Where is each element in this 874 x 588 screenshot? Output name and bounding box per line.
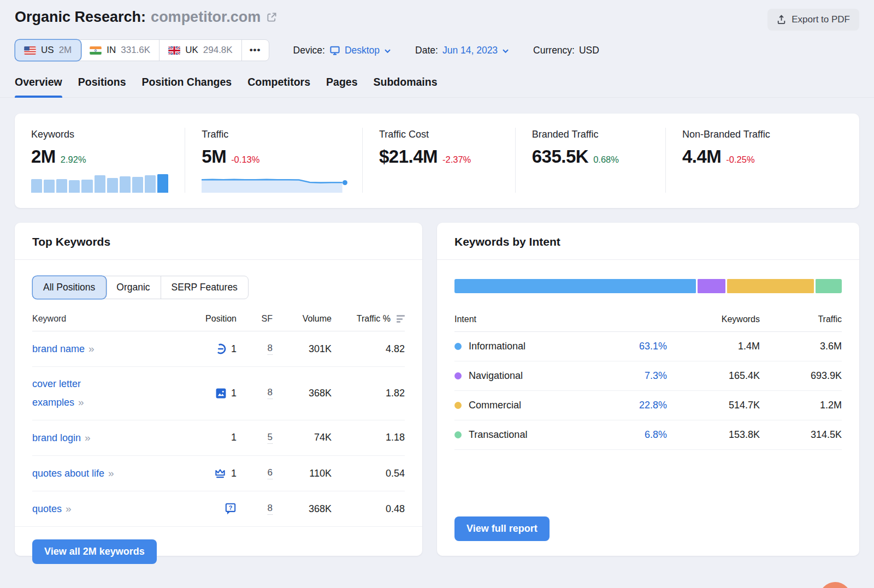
metric-label: Traffic (202, 129, 346, 140)
keyword-cell: brand name» (32, 340, 182, 358)
col-keyword: Keyword (32, 314, 182, 324)
external-link-icon[interactable] (267, 12, 277, 22)
keyword-link[interactable]: brand name» (32, 340, 94, 358)
intent-keywords-value: 165.4K (667, 370, 760, 382)
sf-cell: 6 (237, 467, 273, 479)
metric-delta: -2.37% (442, 155, 471, 165)
volume-value: 368K (273, 388, 332, 399)
report-tabs-strip: OverviewPositionsPosition ChangesCompeti… (0, 76, 874, 98)
chevron-down-icon[interactable] (384, 47, 391, 55)
sf-value[interactable]: 5 (268, 432, 273, 444)
country-traffic-value: 2M (59, 45, 72, 56)
tab-overview[interactable]: Overview (15, 76, 62, 97)
country-tab-us[interactable]: US2M (15, 40, 81, 61)
col-traffic: Traffic (760, 314, 842, 324)
help-widget[interactable] (819, 582, 851, 588)
traffic-pct-value: 0.54 (332, 468, 405, 479)
intent-percent-link[interactable]: 63.1% (639, 341, 667, 352)
intent-keywords-value: 514.7K (667, 400, 760, 411)
flag-us-icon (24, 46, 36, 55)
chevron-down-icon[interactable] (502, 47, 509, 55)
intent-percent-link[interactable]: 6.8% (645, 429, 667, 440)
table-row: Informational63.1%1.4M3.6M (454, 332, 842, 361)
keyword-link[interactable]: quotes about life» (32, 464, 114, 483)
currency-filter: Currency: USD (533, 45, 599, 56)
image-icon (215, 388, 227, 399)
date-value[interactable]: Jun 14, 2023 (442, 45, 498, 56)
intent-color-dot (454, 372, 462, 379)
tab-pages[interactable]: Pages (326, 76, 357, 97)
tab-positions[interactable]: Positions (78, 76, 126, 97)
keyword-link[interactable]: cover letter examples» (32, 375, 129, 412)
intent-keywords-value: 1.4M (667, 341, 760, 352)
sf-value[interactable]: 8 (268, 343, 273, 355)
intent-percent-link[interactable]: 22.8% (639, 400, 667, 411)
intent-traffic-value: 3.6M (760, 341, 842, 352)
tab-competitors[interactable]: Competitors (247, 76, 310, 97)
upload-icon (777, 15, 786, 25)
country-tab-in[interactable]: IN331.6K (81, 40, 160, 61)
keyword-expand-icon[interactable]: » (78, 396, 84, 408)
segment-organic[interactable]: Organic (106, 276, 161, 299)
bar (56, 179, 67, 193)
sf-value[interactable]: 6 (268, 467, 273, 479)
top-keywords-title: Top Keywords (32, 235, 405, 248)
bar (69, 180, 80, 193)
table-row: quotes»?8368K0.48 (32, 491, 405, 526)
keyword-cell: brand login» (32, 429, 182, 447)
keyword-expand-icon[interactable]: » (66, 503, 71, 514)
traffic-pct-value: 1.18 (332, 432, 405, 443)
keyword-cell: quotes about life» (32, 464, 182, 483)
table-row: Navigational7.3%165.4K693.9K (454, 361, 842, 391)
flag-in-icon (90, 46, 102, 55)
intent-segment-navigational (698, 279, 725, 293)
metric-non-branded-traffic: Non-Branded Traffic4.4M-0.25% (666, 128, 859, 193)
traffic-pct-value: 4.82 (332, 343, 405, 355)
traffic-trend-chart (202, 174, 346, 193)
sort-descending-icon[interactable] (397, 315, 405, 323)
more-countries-button[interactable]: ••• (242, 40, 269, 61)
bar (31, 179, 42, 193)
metric-traffic: Traffic5M-0.13% (185, 128, 363, 193)
keyword-expand-icon[interactable]: » (85, 432, 90, 443)
view-all-keywords-button[interactable]: View all 2M keywords (32, 539, 157, 564)
intent-percent-cell: 7.3% (601, 370, 667, 382)
question-icon: ? (225, 502, 237, 515)
keyword-expand-icon[interactable]: » (88, 343, 94, 354)
tab-position-changes[interactable]: Position Changes (142, 76, 232, 97)
segment-serp-features[interactable]: SERP Features (161, 276, 248, 299)
page-title-label: Organic Research: (15, 9, 146, 26)
metric-branded-traffic: Branded Traffic635.5K0.68% (516, 128, 666, 193)
sparkline-end-dot (342, 180, 347, 185)
svg-text:?: ? (229, 504, 233, 511)
metric-delta: 2.92% (61, 155, 86, 165)
col-position: Position (182, 314, 237, 324)
keyword-link[interactable]: brand login» (32, 429, 90, 447)
keyword-link[interactable]: quotes» (32, 500, 71, 518)
export-pdf-button[interactable]: Export to PDF (767, 9, 859, 31)
col-keywords: Keywords (667, 314, 760, 324)
tab-subdomains[interactable]: Subdomains (373, 76, 437, 97)
bar (44, 180, 55, 193)
device-value[interactable]: Desktop (345, 45, 380, 56)
col-traffic-pct: Traffic % (332, 314, 405, 324)
segment-all-positions[interactable]: All Positions (33, 276, 106, 299)
country-tab-uk[interactable]: UK294.8K (160, 40, 242, 61)
country-code: US (41, 45, 54, 56)
country-traffic-value: 331.6K (121, 45, 150, 56)
view-full-report-button[interactable]: View full report (454, 516, 550, 541)
metrics-summary-card: Keywords2M2.92%Traffic5M-0.13%Traffic Co… (15, 114, 859, 208)
panels-row: Top Keywords All PositionsOrganicSERP Fe… (15, 223, 859, 556)
keyword-expand-icon[interactable]: » (108, 467, 114, 479)
intent-table-header: Intent Keywords Traffic (454, 314, 842, 332)
currency-label: Currency: (533, 45, 575, 56)
intent-header: Keywords by Intent (437, 223, 859, 260)
top-keywords-panel: Top Keywords All PositionsOrganicSERP Fe… (15, 223, 422, 556)
intent-color-dot (454, 431, 462, 438)
volume-value: 301K (273, 343, 332, 355)
sf-value[interactable]: 8 (268, 387, 273, 399)
intent-percent-link[interactable]: 7.3% (645, 370, 667, 381)
sf-value[interactable]: 8 (268, 503, 273, 515)
intent-percent-cell: 22.8% (601, 400, 667, 411)
report-tabs: OverviewPositionsPosition ChangesCompeti… (15, 76, 859, 97)
